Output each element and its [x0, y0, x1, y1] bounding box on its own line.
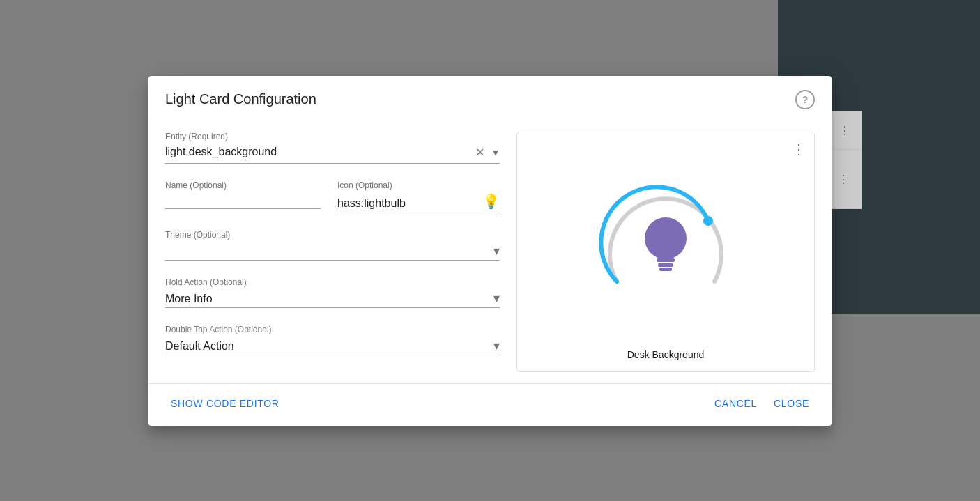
double-tap-field-group: Double Tap Action (Optional) Default Act…: [165, 325, 500, 355]
hold-action-label: Hold Action (Optional): [165, 277, 500, 287]
entity-input-wrapper: ✕ ▾: [165, 144, 500, 164]
theme-select-wrapper: ▾: [165, 242, 500, 261]
dialog: Light Card Configuration ? Entity (Requi…: [148, 76, 832, 426]
name-input[interactable]: [165, 193, 321, 206]
name-label: Name (Optional): [165, 180, 321, 190]
preview-menu-dots-icon: ⋮: [792, 141, 806, 157]
preview-menu-button[interactable]: ⋮: [792, 141, 806, 157]
theme-label: Theme (Optional): [165, 230, 500, 240]
double-tap-label: Double Tap Action (Optional): [165, 325, 500, 334]
name-field-group: Name (Optional): [165, 180, 321, 213]
preview-panel: ⋮: [516, 132, 815, 372]
icon-input[interactable]: [337, 197, 477, 210]
entity-dropdown-icon[interactable]: ▾: [491, 144, 500, 160]
svg-point-1: [645, 217, 687, 259]
lightbulb-icon: 💡: [482, 193, 500, 210]
dialog-header: Light Card Configuration ?: [148, 76, 832, 121]
icon-label: Icon (Optional): [337, 180, 500, 190]
theme-field-group: Theme (Optional) ▾: [165, 230, 500, 261]
name-icon-row: Name (Optional) Icon (Optional) 💡: [165, 180, 500, 213]
name-input-wrapper: [165, 193, 321, 209]
show-code-editor-button[interactable]: SHOW CODE EDITOR: [165, 392, 285, 415]
svg-rect-2: [657, 258, 675, 262]
close-button[interactable]: CLOSE: [768, 392, 815, 415]
double-tap-select[interactable]: Default Action Toggle More Info Call Ser…: [165, 337, 500, 355]
hold-action-select-wrapper: More Info Toggle Call Service Navigate N…: [165, 290, 500, 308]
dialog-footer: SHOW CODE EDITOR CANCEL CLOSE: [148, 383, 832, 426]
light-circle-container: [596, 174, 735, 313]
svg-rect-4: [659, 268, 672, 271]
theme-select[interactable]: [165, 242, 500, 260]
double-tap-select-wrapper: Default Action Toggle More Info Call Ser…: [165, 337, 500, 355]
entity-field-group: Entity (Required) ✕ ▾: [165, 132, 500, 164]
hold-action-field-group: Hold Action (Optional) More Info Toggle …: [165, 277, 500, 308]
entity-input-icons: ✕ ▾: [474, 144, 500, 160]
light-bulb-svg: [638, 212, 694, 275]
svg-point-0: [703, 216, 713, 226]
form-panel: Entity (Required) ✕ ▾ Name (Optional): [165, 132, 500, 372]
preview-entity-name: Desk Background: [627, 349, 705, 360]
entity-input[interactable]: [165, 146, 474, 158]
footer-right-buttons: CANCEL CLOSE: [709, 392, 815, 415]
dialog-body: Entity (Required) ✕ ▾ Name (Optional): [148, 121, 832, 383]
hold-action-select[interactable]: More Info Toggle Call Service Navigate N…: [165, 290, 500, 307]
dialog-title: Light Card Configuration: [165, 91, 316, 107]
svg-rect-3: [658, 263, 673, 267]
light-control: [528, 144, 803, 344]
light-bulb-group: [638, 212, 694, 275]
modal-overlay: Light Card Configuration ? Entity (Requi…: [0, 0, 980, 501]
icon-field-group: Icon (Optional) 💡: [337, 180, 500, 213]
entity-clear-icon[interactable]: ✕: [474, 144, 486, 160]
cancel-button[interactable]: CANCEL: [709, 392, 763, 415]
entity-label: Entity (Required): [165, 132, 500, 141]
help-icon[interactable]: ?: [795, 90, 815, 109]
icon-input-wrapper: 💡: [337, 193, 500, 213]
